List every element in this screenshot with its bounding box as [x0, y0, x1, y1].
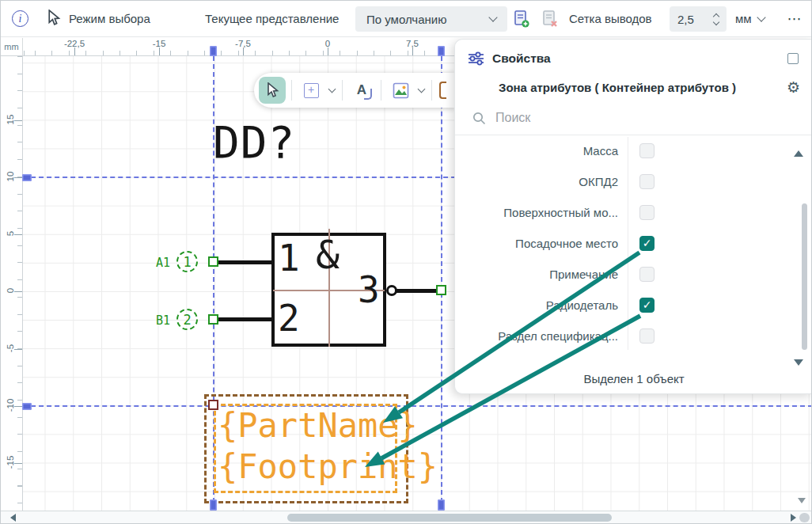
pin-name-in1: A1 [156, 256, 170, 270]
schematic-editor-window: DD? 1 2 & 3 1 2 A1 B1 {PartName} {Footpr… [0, 0, 812, 524]
scroll-right-arrow[interactable] [791, 514, 796, 522]
ruler-label: -10 [6, 397, 15, 414]
toolbar-separator [381, 80, 381, 101]
attribute-checkbox[interactable] [639, 143, 655, 158]
guide-handle-bottom-right[interactable] [438, 499, 445, 511]
guide-handle-left-lower[interactable] [22, 403, 32, 410]
attribute-checkbox[interactable] [639, 205, 655, 220]
component-designator[interactable]: DD? [213, 116, 295, 168]
guide-handle-top-left[interactable] [210, 46, 217, 56]
guide-handle-bottom-left[interactable] [210, 499, 217, 511]
pin-terminal-out[interactable] [436, 285, 446, 295]
chevron-down-icon[interactable] [418, 85, 426, 93]
attribute-row: Примечание [455, 259, 812, 290]
gate-pin-number-3: 3 [358, 271, 380, 308]
guide-handle-left-upper[interactable] [22, 174, 32, 181]
panel-scrollbar-thumb[interactable] [802, 203, 807, 350]
vertical-ruler[interactable]: 15 10 5 0 -5 -10 -15 [1, 56, 23, 511]
horizontal-scrollbar-thumb[interactable] [287, 514, 612, 522]
toolbar-separator [291, 80, 292, 101]
pin-name-in2: B1 [156, 313, 170, 328]
ruler-label: -5 [6, 340, 15, 357]
stepper-arrows[interactable] [714, 14, 719, 25]
search-bar[interactable] [455, 100, 812, 135]
top-toolbar: i Режим выбора Текущее представление По … [1, 1, 812, 37]
text-tool-button[interactable]: A [348, 77, 375, 104]
chevron-down-icon [713, 18, 719, 25]
attribute-label: Раздел спецификац... [455, 329, 618, 343]
gear-icon[interactable]: ⚙ [787, 80, 800, 95]
attribute-label: Поверхностный мо... [455, 206, 618, 219]
scrollbar-corner [799, 513, 810, 522]
attribute-checkbox[interactable]: ✓ [639, 236, 655, 251]
view-select-value: По умолчанию [366, 13, 446, 26]
ruler-label: 15 [6, 111, 15, 128]
inversion-circle[interactable] [386, 285, 397, 296]
document-delete-icon [541, 9, 559, 28]
attribute-zone-tool-button[interactable]: + [298, 77, 324, 104]
more-options-button[interactable]: ⋯ [783, 7, 806, 31]
clipped-tool-icon[interactable] [439, 82, 446, 99]
add-view-button[interactable] [511, 9, 532, 29]
sliders-icon [468, 51, 484, 66]
attribute-checkbox[interactable]: ✓ [639, 298, 655, 313]
gate-and-symbol: & [316, 235, 340, 275]
pin-badge-in1[interactable]: 1 [176, 251, 198, 272]
info-icon[interactable]: i [12, 10, 28, 27]
attribute-label: Радиодеталь [455, 298, 618, 312]
attribute-row: Раздел спецификац... [455, 321, 812, 351]
panel-scroll-up-arrow[interactable] [794, 150, 803, 157]
pin-wire-in1[interactable] [218, 260, 271, 264]
attribute-checkbox[interactable] [639, 267, 655, 282]
toolbar-separator [431, 80, 432, 101]
selection-status: Выделен 1 объект [455, 372, 812, 385]
scroll-left-arrow[interactable] [10, 514, 16, 522]
gate-pin-number-2: 2 [278, 300, 300, 336]
text-tool-icon: A [357, 82, 366, 98]
pin-badge-in2[interactable]: 2 [176, 309, 198, 330]
attribute-list: Масса ОКПД2 Поверхностный мо... Посадочн… [455, 135, 812, 351]
view-select[interactable]: По умолчанию [355, 6, 507, 32]
pin-terminal-in1[interactable] [208, 256, 218, 267]
ruler-label: -15 [6, 454, 15, 471]
guide-line-vertical-right[interactable] [441, 56, 442, 511]
pin-terminal-in2[interactable] [208, 314, 218, 325]
attribute-partname[interactable]: {PartName} [218, 409, 418, 442]
pin-grid-label: Сетка выводов [569, 12, 652, 25]
attribute-zone-handle[interactable] [208, 400, 218, 410]
image-icon [393, 82, 409, 99]
image-tool-button[interactable] [387, 77, 414, 104]
delete-view-button[interactable] [540, 9, 560, 29]
attribute-footprint[interactable]: {Footprint} [218, 450, 438, 484]
attribute-label: ОКПД2 [455, 175, 618, 188]
properties-panel: Свойства Зона атрибутов ( Контейнер атри… [454, 39, 812, 394]
search-icon [472, 112, 486, 125]
search-input[interactable] [495, 111, 733, 125]
attribute-row: Радиодеталь ✓ [455, 290, 812, 321]
unit-select[interactable]: мм [735, 12, 765, 25]
chevron-down-icon[interactable] [328, 85, 336, 93]
panel-scroll-down-arrow[interactable] [794, 359, 803, 366]
canvas-floating-toolbar: + A [254, 73, 455, 108]
attribute-label: Масса [455, 144, 618, 158]
attribute-row: Поверхностный мо... [455, 197, 812, 228]
guide-handle-top-right[interactable] [438, 46, 445, 56]
cursor-icon [266, 82, 279, 98]
attribute-label: Посадочное место [455, 237, 618, 250]
detach-panel-icon[interactable] [787, 53, 799, 64]
pin-wire-out[interactable] [397, 289, 438, 293]
select-tool-button[interactable] [259, 77, 286, 104]
attribute-zone-icon: + [304, 83, 319, 98]
attribute-checkbox[interactable] [639, 174, 655, 189]
attribute-row: Посадочное место ✓ [455, 228, 812, 259]
ruler-unit-label: mm [1, 38, 23, 56]
attribute-checkbox[interactable] [639, 328, 655, 344]
chevron-down-icon [488, 13, 497, 21]
pin-grid-stepper[interactable]: 2,5 [670, 6, 727, 32]
attribute-row: ОКПД2 [455, 166, 812, 197]
pin-wire-in2[interactable] [218, 317, 271, 321]
attribute-label: Примечание [455, 268, 618, 281]
ruler-label: 0 [6, 282, 15, 299]
mode-label: Режим выбора [69, 12, 150, 25]
scroll-down-arrow[interactable] [798, 498, 806, 503]
